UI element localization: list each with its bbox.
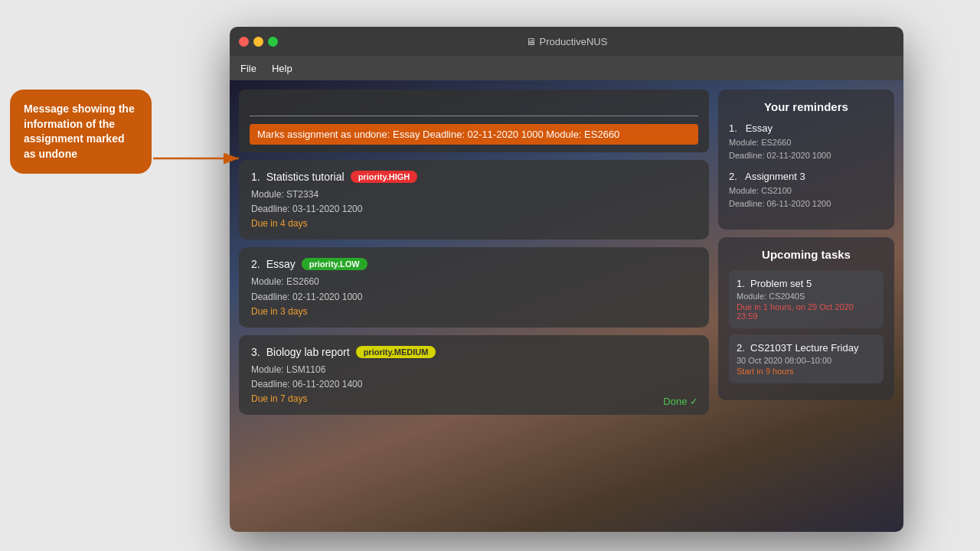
menubar: File Help (230, 56, 903, 80)
command-input[interactable] (250, 97, 698, 116)
task-2-deadline: Deadline: 02-11-2020 1000 (251, 290, 697, 305)
task-card-3: 3. Biology lab report priority.MEDIUM Mo… (239, 335, 709, 415)
task-2-number: 2. (251, 258, 260, 270)
task-3-title: Biology lab report (266, 346, 350, 358)
task-3-deadline: Deadline: 06-11-2020 1400 (251, 377, 697, 392)
upcoming-1-due: Due in 1 hours, on 29 Oct 2020 23:59 (737, 302, 876, 321)
traffic-lights (239, 37, 278, 47)
task-1-title: Statistics tutorial (266, 171, 345, 183)
task-2-priority: priority.LOW (302, 258, 368, 270)
reminder-item-1: 1. Essay Module: ES2660 Deadline: 02-11-… (729, 122, 884, 161)
content-area: Marks assignment as undone: Essay Deadli… (230, 80, 903, 532)
upcoming-2-detail: 30 Oct 2020 08:00–10:00 (737, 356, 876, 365)
task-1-number: 1. (251, 171, 260, 183)
annotation-text: Message showing the information of the a… (24, 103, 135, 160)
task-1-priority: priority.HIGH (351, 171, 418, 183)
reminder-item-2: 2. Assignment 3 Module: CS2100 Deadline:… (729, 171, 884, 210)
upcoming-item-2: 2. CS2103T Lecture Friday 30 Oct 2020 08… (729, 334, 884, 383)
task-2-module: Module: ES2660 (251, 275, 697, 289)
menu-help[interactable]: Help (272, 63, 292, 74)
upcoming-1-module: Module: CS2040S (737, 292, 876, 301)
task-card-2: 2. Essay priority.LOW Module: ES2660 Dea… (239, 247, 709, 327)
task-1-title-row: 1. Statistics tutorial priority.HIGH (251, 171, 697, 183)
maximize-button[interactable] (268, 37, 278, 47)
annotation-bubble: Message showing the information of the a… (10, 90, 152, 174)
reminder-2-deadline: Deadline: 06-11-2020 1200 (729, 197, 884, 210)
upcoming-2-title: 2. CS2103T Lecture Friday (737, 342, 876, 354)
reminders-panel: Your reminders 1. Essay Module: ES2660 D… (718, 90, 894, 230)
main-window: 🖥 ProductiveNUS File Help Marks assignme… (230, 27, 903, 532)
task-3-title-row: 3. Biology lab report priority.MEDIUM (251, 346, 697, 358)
upcoming-item-1: 1. Problem set 5 Module: CS2040S Due in … (729, 270, 884, 328)
task-3-done-label: Done ✓ (663, 396, 698, 407)
reminder-2-title: 2. Assignment 3 (729, 171, 884, 182)
task-card-1: 1. Statistics tutorial priority.HIGH Mod… (239, 160, 709, 240)
task-3-due: Due in 7 days (251, 393, 697, 404)
task-3-module: Module: LSM1106 (251, 363, 697, 377)
reminder-1-module: Module: ES2660 (729, 136, 884, 149)
left-panel: Marks assignment as undone: Essay Deadli… (239, 90, 709, 523)
task-2-due: Due in 3 days (251, 306, 697, 317)
reminders-title: Your reminders (729, 100, 884, 113)
reminder-2-module: Module: CS2100 (729, 184, 884, 197)
upcoming-panel: Upcoming tasks 1. Problem set 5 Module: … (718, 237, 894, 400)
status-message: Marks assignment as undone: Essay Deadli… (250, 124, 698, 145)
right-panel: Your reminders 1. Essay Module: ES2660 D… (718, 90, 894, 523)
upcoming-2-due: Start in 9 hours (737, 367, 876, 376)
window-title: 🖥 ProductiveNUS (526, 36, 608, 47)
menu-file[interactable]: File (240, 63, 256, 74)
task-1-module: Module: ST2334 (251, 187, 697, 202)
task-list: 1. Statistics tutorial priority.HIGH Mod… (239, 160, 709, 415)
task-1-deadline: Deadline: 03-11-2020 1200 (251, 202, 697, 217)
reminder-1-title: 1. Essay (729, 122, 884, 134)
app-icon: 🖥 (526, 36, 536, 47)
command-area: Marks assignment as undone: Essay Deadli… (239, 90, 709, 152)
task-3-number: 3. (251, 346, 260, 358)
minimize-button[interactable] (253, 37, 263, 47)
close-button[interactable] (239, 37, 249, 47)
upcoming-title: Upcoming tasks (729, 248, 884, 261)
reminder-1-deadline: Deadline: 02-11-2020 1000 (729, 149, 884, 162)
titlebar: 🖥 ProductiveNUS (230, 27, 903, 56)
task-3-priority: priority.MEDIUM (356, 346, 436, 358)
task-2-title: Essay (266, 258, 296, 270)
task-1-due: Due in 4 days (251, 218, 697, 229)
annotation-arrow (153, 147, 245, 170)
upcoming-1-title: 1. Problem set 5 (737, 278, 876, 289)
task-2-title-row: 2. Essay priority.LOW (251, 258, 697, 270)
